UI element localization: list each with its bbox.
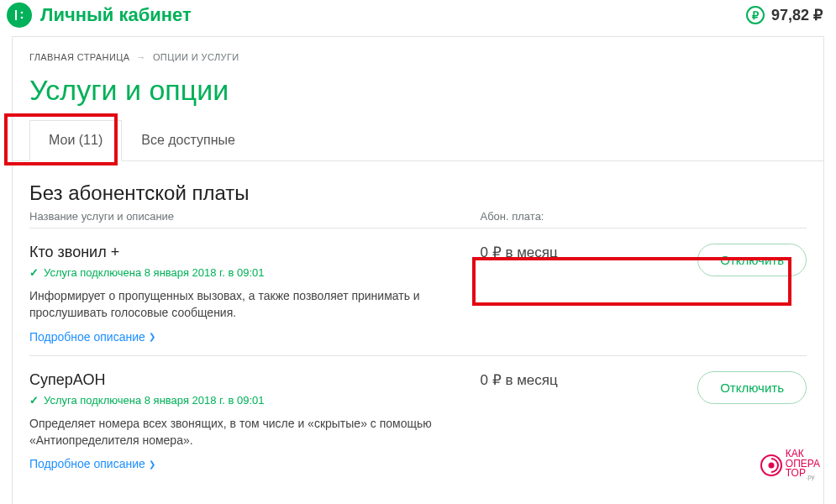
tabs: Мои (11) Все доступные xyxy=(13,120,823,161)
tab-mine-label: Мои (11) xyxy=(49,133,103,147)
service-status-text: Услуга подключена 8 января 2018 г. в 09:… xyxy=(44,394,265,407)
tab-available-label: Все доступные xyxy=(141,133,235,147)
service-desc: Определяет номера всех звонящих, в том ч… xyxy=(29,415,464,449)
page: ГЛАВНАЯ СТРАНИЦА → ОПЦИИ И УСЛУГИ Услуги… xyxy=(12,36,824,504)
column-labels: Название услуги и описание Абон. плата: xyxy=(29,210,807,223)
service-info: СуперАОН ✓ Услуга подключена 8 января 20… xyxy=(29,371,481,471)
details-link[interactable]: Подробное описание ❯ xyxy=(29,330,155,344)
service-price: 0 ₽ в месяц xyxy=(481,244,652,261)
breadcrumb-current: ОПЦИИ И УСЛУГИ xyxy=(153,52,239,62)
breadcrumb-arrow-icon: → xyxy=(136,52,145,62)
breadcrumb-home[interactable]: ГЛАВНАЯ СТРАНИЦА xyxy=(29,52,129,62)
tab-mine[interactable]: Мои (11) xyxy=(29,120,122,161)
content: Без абонентской платы Название услуги и … xyxy=(13,161,823,499)
details-link-text: Подробное описание xyxy=(29,330,145,344)
service-action: Отключить xyxy=(651,244,807,276)
svg-rect-0 xyxy=(15,10,17,20)
service-row: Кто звонил + ✓ Услуга подключена 8 январ… xyxy=(29,228,807,355)
watermark-icon xyxy=(759,453,784,478)
check-icon: ✓ xyxy=(29,266,39,279)
col-name-label: Название услуги и описание xyxy=(29,210,481,223)
logo-icon xyxy=(7,3,32,28)
top-bar: Личный кабинет ₽ 97,82 ₽ xyxy=(0,0,836,36)
service-price: 0 ₽ в месяц xyxy=(481,371,652,389)
brand-title: Личный кабинет xyxy=(40,4,192,26)
service-status: ✓ Услуга подключена 8 января 2018 г. в 0… xyxy=(29,394,464,407)
tab-available[interactable]: Все доступные xyxy=(122,120,255,160)
watermark: КАК ОПЕРА ТОР.ру xyxy=(759,449,820,480)
balance-value: 97,82 ₽ xyxy=(771,6,823,24)
details-link-text: Подробное описание xyxy=(29,457,145,470)
service-name: СуперАОН xyxy=(29,371,464,389)
svg-point-2 xyxy=(21,17,24,19)
chevron-right-icon: ❯ xyxy=(149,332,155,341)
ruble-icon: ₽ xyxy=(746,6,765,24)
balance[interactable]: ₽ 97,82 ₽ xyxy=(746,6,823,24)
disable-button[interactable]: Отключить xyxy=(697,244,807,276)
service-row: СуперАОН ✓ Услуга подключена 8 января 20… xyxy=(29,355,807,483)
watermark-text: КАК ОПЕРА ТОР.ру xyxy=(786,449,820,480)
svg-point-4 xyxy=(768,462,774,468)
svg-point-1 xyxy=(21,12,24,14)
service-desc: Информирует о пропущенных вызовах, а так… xyxy=(29,287,464,322)
service-status-text: Услуга подключена 8 января 2018 г. в 09:… xyxy=(44,266,265,279)
page-title: Услуги и опции xyxy=(29,74,807,107)
breadcrumb: ГЛАВНАЯ СТРАНИЦА → ОПЦИИ И УСЛУГИ xyxy=(13,52,823,62)
service-action: Отключить xyxy=(651,371,807,404)
service-name: Кто звонил + xyxy=(29,244,464,261)
col-fee-label: Абон. плата: xyxy=(481,210,652,223)
check-icon: ✓ xyxy=(29,394,39,407)
disable-button[interactable]: Отключить xyxy=(697,371,807,404)
section-title: Без абонентской платы xyxy=(29,181,807,205)
brand[interactable]: Личный кабинет xyxy=(7,3,192,28)
service-info: Кто звонил + ✓ Услуга подключена 8 январ… xyxy=(29,244,481,344)
chevron-right-icon: ❯ xyxy=(149,459,155,469)
service-status: ✓ Услуга подключена 8 января 2018 г. в 0… xyxy=(29,266,464,279)
details-link[interactable]: Подробное описание ❯ xyxy=(29,457,155,470)
